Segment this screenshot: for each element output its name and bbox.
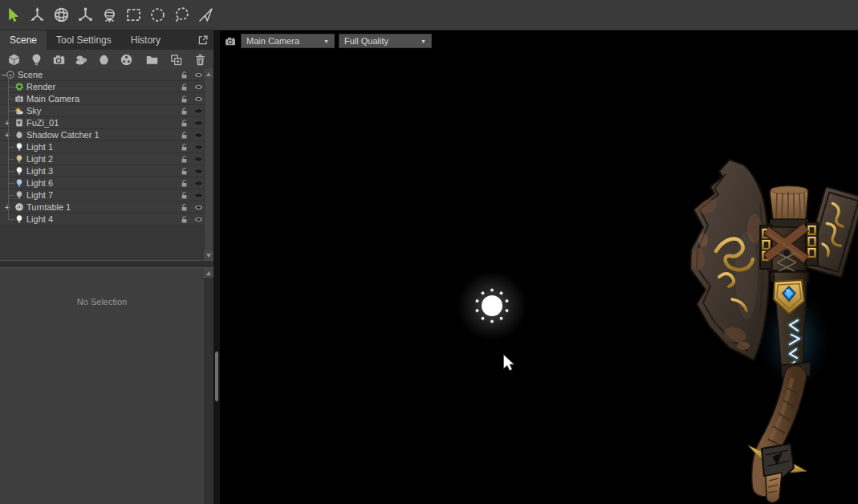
lock-open-icon[interactable] <box>180 83 189 91</box>
add-shadow-catcher-button[interactable] <box>96 52 111 67</box>
lock-open-icon[interactable] <box>180 167 189 176</box>
tree-item-label: Scene <box>18 70 43 79</box>
lock-open-icon[interactable] <box>180 143 189 152</box>
marquee-icon <box>125 6 142 23</box>
eye-closed-icon[interactable] <box>193 191 204 200</box>
duplicate-button[interactable] <box>169 52 183 67</box>
tree-item-label: Light 1 <box>26 142 53 152</box>
eye-closed-icon[interactable] <box>193 143 204 152</box>
new-folder-button[interactable] <box>144 52 159 67</box>
camera-dropdown[interactable]: Main Camera ▼ <box>241 34 335 48</box>
bulb-icon <box>14 142 24 152</box>
tree-connector <box>8 195 14 196</box>
tree-item-label: Sky <box>26 106 41 116</box>
tree-item-label: Render <box>26 82 55 91</box>
tool-select[interactable] <box>3 3 23 27</box>
tree-scrollbar[interactable] <box>204 69 213 260</box>
lock-open-icon[interactable] <box>180 131 189 140</box>
tool-lasso-select[interactable] <box>172 3 192 27</box>
lock-open-icon[interactable] <box>180 95 189 104</box>
lock-open-icon[interactable] <box>180 215 189 224</box>
add-object-button[interactable] <box>6 52 21 67</box>
tree-item-label: Light 4 <box>26 214 53 224</box>
tool-translate[interactable] <box>27 3 47 27</box>
eye-closed-icon[interactable] <box>193 179 204 188</box>
tree-item-label: Shadow Catcher 1 <box>26 130 100 140</box>
quality-dropdown[interactable]: Full Quality ▼ <box>339 34 432 48</box>
lock-open-icon[interactable] <box>180 119 189 128</box>
tool-marquee-select[interactable] <box>124 3 144 27</box>
expand-toggle[interactable]: + <box>3 117 11 128</box>
lock-open-icon[interactable] <box>180 191 189 200</box>
scroll-up-button[interactable] <box>204 69 213 79</box>
tree-row-light-3[interactable]: Light 3 <box>0 165 213 177</box>
tool-rotate[interactable] <box>51 3 71 27</box>
bulb-icon <box>14 214 24 224</box>
tree-row-light-2[interactable]: Light 2 <box>0 153 213 165</box>
add-camera-button[interactable] <box>51 52 66 67</box>
tool-transform[interactable] <box>100 3 120 27</box>
tab-tool-settings[interactable]: Tool Settings <box>47 30 121 50</box>
viewport-3d[interactable]: Main Camera ▼ Full Quality ▼ <box>220 30 858 504</box>
scroll-down-button[interactable] <box>204 250 213 260</box>
scene-toolbar <box>0 50 213 69</box>
delete-button[interactable] <box>193 52 207 67</box>
eye-closed-icon[interactable] <box>193 107 204 116</box>
scrollbar-thumb[interactable] <box>205 79 213 250</box>
expand-toggle[interactable]: + <box>3 201 11 213</box>
eye-open-icon[interactable] <box>193 95 204 104</box>
expand-toggle[interactable]: + <box>3 129 11 140</box>
tool-toolbar <box>0 0 858 30</box>
tool-polygon-select[interactable] <box>196 3 216 27</box>
tab-scene[interactable]: Scene <box>0 30 47 50</box>
add-turntable-button[interactable] <box>119 52 133 67</box>
tree-row-sky[interactable]: Sky <box>0 105 213 117</box>
tree-row-scene[interactable]: −Scene <box>0 69 213 81</box>
tree-row-light-1[interactable]: Light 1 <box>0 141 213 153</box>
tree-row-shadow-catcher-1[interactable]: +Shadow Catcher 1 <box>0 129 213 141</box>
omni-light-gizmo[interactable] <box>472 286 512 326</box>
tree-item-label: Light 3 <box>26 166 53 176</box>
tree-row-light-7[interactable]: Light 7 <box>0 189 213 201</box>
add-sky-button[interactable] <box>74 52 88 67</box>
tree-row-light-4[interactable]: Light 4 <box>0 213 213 226</box>
tree-row-fuzi_01[interactable]: +FuZi_01 <box>0 117 213 129</box>
eye-open-icon[interactable] <box>193 83 204 91</box>
lock-open-icon[interactable] <box>180 179 189 188</box>
add-light-button[interactable] <box>29 52 43 67</box>
panel-tab-bar: Scene Tool Settings History <box>0 30 213 50</box>
lock-open-icon[interactable] <box>180 155 189 164</box>
properties-scrollbar[interactable] <box>204 268 213 504</box>
tree-row-render[interactable]: Render <box>0 81 213 93</box>
bulb-icon <box>14 166 24 176</box>
properties-panel: No Selection <box>0 268 213 504</box>
eye-open-icon[interactable] <box>193 215 204 224</box>
tree-row-light-6[interactable]: Light 6 <box>0 177 213 189</box>
axe-3d-model[interactable] <box>684 155 858 504</box>
tree-row-turntable-1[interactable]: +Turntable 1 <box>0 201 213 213</box>
eye-closed-icon[interactable] <box>193 131 204 140</box>
tab-history[interactable]: History <box>121 30 170 50</box>
eye-closed-icon[interactable] <box>193 119 204 128</box>
eye-closed-icon[interactable] <box>193 155 204 164</box>
tree-row-main-camera[interactable]: Main Camera <box>0 93 213 105</box>
panel-divider[interactable] <box>0 260 213 268</box>
chevron-down-icon: ▼ <box>421 39 426 44</box>
popout-panel-button[interactable] <box>193 30 213 50</box>
scroll-up-button[interactable] <box>204 268 213 278</box>
eye-open-icon[interactable] <box>193 203 204 212</box>
tool-scale[interactable] <box>75 3 96 27</box>
eye-closed-icon[interactable] <box>193 167 204 176</box>
rotate-icon <box>53 6 70 23</box>
splitter-grip[interactable] <box>215 352 218 401</box>
tool-ellipse-select[interactable] <box>148 3 168 27</box>
shadow-icon <box>97 53 111 67</box>
cursor-icon <box>5 6 22 23</box>
bulb-icon <box>14 190 24 200</box>
lock-open-icon[interactable] <box>180 203 189 212</box>
tree-item-label: Light 7 <box>26 190 53 200</box>
tree-connector <box>8 183 14 184</box>
eye-open-icon[interactable] <box>193 71 204 79</box>
lock-open-icon[interactable] <box>180 71 189 79</box>
lock-open-icon[interactable] <box>180 107 189 116</box>
